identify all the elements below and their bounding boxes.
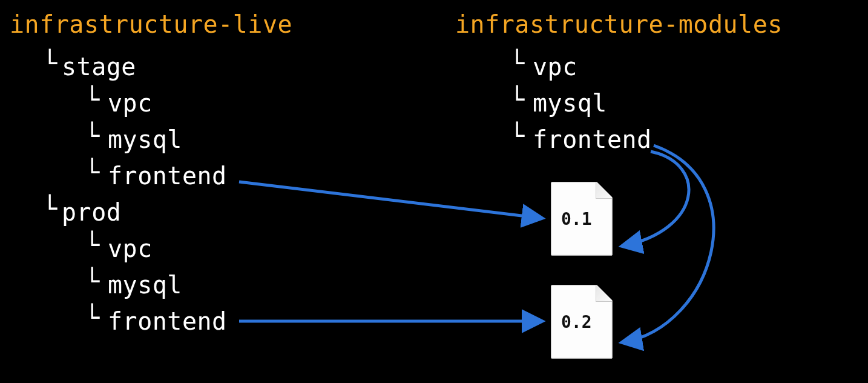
node-stage-vpc: vpc [108,91,153,115]
tree-glyph-icon: └ [85,233,99,257]
node-prod-frontend: frontend [108,309,227,333]
tree-glyph-icon: └ [42,51,57,75]
node-prod-vpc: vpc [108,236,153,261]
file-version-label: 0.2 [561,312,592,332]
arrow-stage-frontend-to-v1 [239,182,542,218]
node-prod: prod [62,200,121,224]
arrow-modules-frontend-to-v2 [622,145,714,342]
tree-glyph-icon: └ [510,51,524,75]
tree-glyph-icon: └ [85,87,99,112]
tree-glyph-icon: └ [510,124,524,148]
diagram-stage: infrastructure-live └ stage └ vpc └ mysq… [0,0,868,383]
node-stage-frontend: frontend [108,164,227,188]
file-fold-icon [596,285,612,302]
file-fold-icon [596,182,612,199]
file-icon: 0.2 [551,285,613,359]
node-module-mysql: mysql [533,91,607,115]
tree-glyph-icon: └ [85,269,99,293]
tree-glyph-icon: └ [42,196,57,221]
tree-glyph-icon: └ [85,305,99,330]
file-icon: 0.1 [551,182,613,256]
title-infrastructure-live: infrastructure-live [10,12,292,36]
node-module-vpc: vpc [533,55,577,79]
tree-glyph-icon: └ [85,124,99,148]
file-version-label: 0.1 [561,209,592,229]
arrow-modules-frontend-to-v1 [622,152,689,246]
node-stage: stage [62,55,136,79]
node-module-frontend: frontend [533,127,652,152]
node-prod-mysql: mysql [108,273,182,297]
tree-glyph-icon: └ [510,87,524,112]
node-stage-mysql: mysql [108,127,182,152]
title-infrastructure-modules: infrastructure-modules [455,12,783,36]
tree-glyph-icon: └ [85,160,99,184]
